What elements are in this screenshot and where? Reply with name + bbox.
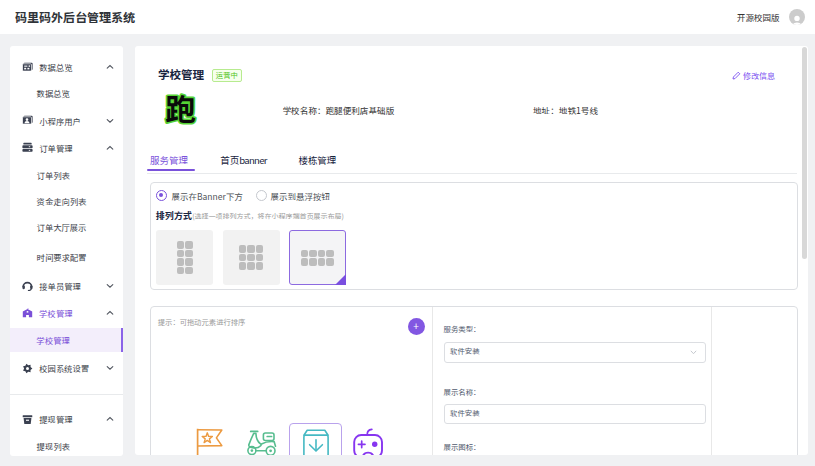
svg-text:跑: 跑 [165,93,196,127]
